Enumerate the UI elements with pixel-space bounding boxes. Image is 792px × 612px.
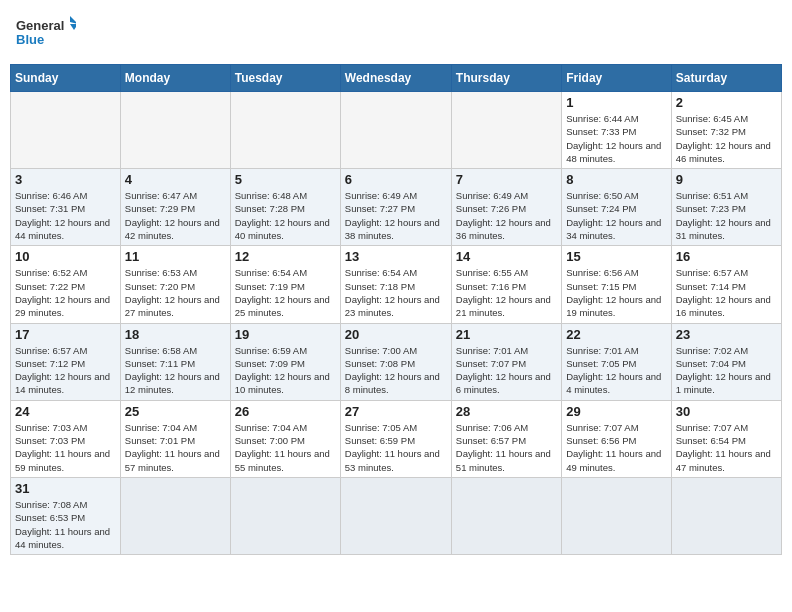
calendar-cell: 1Sunrise: 6:44 AM Sunset: 7:33 PM Daylig… [562, 92, 671, 169]
calendar-cell: 29Sunrise: 7:07 AM Sunset: 6:56 PM Dayli… [562, 400, 671, 477]
weekday-header-sunday: Sunday [11, 65, 121, 92]
day-number: 12 [235, 249, 336, 264]
weekday-header-row: SundayMondayTuesdayWednesdayThursdayFrid… [11, 65, 782, 92]
day-number: 29 [566, 404, 666, 419]
day-number: 31 [15, 481, 116, 496]
day-info: Sunrise: 6:46 AM Sunset: 7:31 PM Dayligh… [15, 189, 116, 242]
day-number: 8 [566, 172, 666, 187]
day-number: 1 [566, 95, 666, 110]
calendar-cell: 26Sunrise: 7:04 AM Sunset: 7:00 PM Dayli… [230, 400, 340, 477]
day-number: 6 [345, 172, 447, 187]
calendar-cell: 13Sunrise: 6:54 AM Sunset: 7:18 PM Dayli… [340, 246, 451, 323]
weekday-header-thursday: Thursday [451, 65, 561, 92]
calendar-cell [451, 92, 561, 169]
day-number: 26 [235, 404, 336, 419]
day-info: Sunrise: 6:55 AM Sunset: 7:16 PM Dayligh… [456, 266, 557, 319]
calendar-cell: 6Sunrise: 6:49 AM Sunset: 7:27 PM Daylig… [340, 169, 451, 246]
calendar-cell [562, 477, 671, 554]
day-number: 17 [15, 327, 116, 342]
svg-text:Blue: Blue [16, 32, 44, 47]
page-header: General Blue [10, 10, 782, 58]
day-info: Sunrise: 7:03 AM Sunset: 7:03 PM Dayligh… [15, 421, 116, 474]
svg-marker-2 [70, 16, 76, 24]
logo-svg: General Blue [16, 14, 76, 54]
day-info: Sunrise: 6:57 AM Sunset: 7:12 PM Dayligh… [15, 344, 116, 397]
calendar-week-3: 10Sunrise: 6:52 AM Sunset: 7:22 PM Dayli… [11, 246, 782, 323]
calendar-cell: 4Sunrise: 6:47 AM Sunset: 7:29 PM Daylig… [120, 169, 230, 246]
weekday-header-monday: Monday [120, 65, 230, 92]
calendar-cell: 27Sunrise: 7:05 AM Sunset: 6:59 PM Dayli… [340, 400, 451, 477]
day-number: 14 [456, 249, 557, 264]
calendar-cell: 9Sunrise: 6:51 AM Sunset: 7:23 PM Daylig… [671, 169, 781, 246]
day-number: 10 [15, 249, 116, 264]
svg-marker-3 [70, 24, 76, 30]
calendar-cell: 24Sunrise: 7:03 AM Sunset: 7:03 PM Dayli… [11, 400, 121, 477]
day-number: 20 [345, 327, 447, 342]
day-number: 15 [566, 249, 666, 264]
calendar-cell [340, 92, 451, 169]
calendar-cell: 20Sunrise: 7:00 AM Sunset: 7:08 PM Dayli… [340, 323, 451, 400]
svg-text:General: General [16, 18, 64, 33]
day-info: Sunrise: 7:07 AM Sunset: 6:54 PM Dayligh… [676, 421, 777, 474]
day-info: Sunrise: 7:08 AM Sunset: 6:53 PM Dayligh… [15, 498, 116, 551]
day-info: Sunrise: 6:49 AM Sunset: 7:26 PM Dayligh… [456, 189, 557, 242]
calendar-cell: 10Sunrise: 6:52 AM Sunset: 7:22 PM Dayli… [11, 246, 121, 323]
calendar-table: SundayMondayTuesdayWednesdayThursdayFrid… [10, 64, 782, 555]
calendar-cell: 25Sunrise: 7:04 AM Sunset: 7:01 PM Dayli… [120, 400, 230, 477]
day-number: 30 [676, 404, 777, 419]
day-number: 27 [345, 404, 447, 419]
day-info: Sunrise: 7:05 AM Sunset: 6:59 PM Dayligh… [345, 421, 447, 474]
calendar-cell: 18Sunrise: 6:58 AM Sunset: 7:11 PM Dayli… [120, 323, 230, 400]
day-number: 7 [456, 172, 557, 187]
day-info: Sunrise: 7:07 AM Sunset: 6:56 PM Dayligh… [566, 421, 666, 474]
calendar-cell: 5Sunrise: 6:48 AM Sunset: 7:28 PM Daylig… [230, 169, 340, 246]
calendar-cell: 8Sunrise: 6:50 AM Sunset: 7:24 PM Daylig… [562, 169, 671, 246]
calendar-cell: 28Sunrise: 7:06 AM Sunset: 6:57 PM Dayli… [451, 400, 561, 477]
calendar-cell: 14Sunrise: 6:55 AM Sunset: 7:16 PM Dayli… [451, 246, 561, 323]
calendar-cell: 2Sunrise: 6:45 AM Sunset: 7:32 PM Daylig… [671, 92, 781, 169]
day-number: 3 [15, 172, 116, 187]
calendar-week-6: 31Sunrise: 7:08 AM Sunset: 6:53 PM Dayli… [11, 477, 782, 554]
calendar-cell: 31Sunrise: 7:08 AM Sunset: 6:53 PM Dayli… [11, 477, 121, 554]
day-info: Sunrise: 7:02 AM Sunset: 7:04 PM Dayligh… [676, 344, 777, 397]
day-info: Sunrise: 6:53 AM Sunset: 7:20 PM Dayligh… [125, 266, 226, 319]
day-info: Sunrise: 6:51 AM Sunset: 7:23 PM Dayligh… [676, 189, 777, 242]
calendar-cell [451, 477, 561, 554]
calendar-week-2: 3Sunrise: 6:46 AM Sunset: 7:31 PM Daylig… [11, 169, 782, 246]
day-number: 24 [15, 404, 116, 419]
day-info: Sunrise: 6:54 AM Sunset: 7:18 PM Dayligh… [345, 266, 447, 319]
calendar-cell: 23Sunrise: 7:02 AM Sunset: 7:04 PM Dayli… [671, 323, 781, 400]
day-number: 4 [125, 172, 226, 187]
calendar-cell: 30Sunrise: 7:07 AM Sunset: 6:54 PM Dayli… [671, 400, 781, 477]
day-info: Sunrise: 7:04 AM Sunset: 7:01 PM Dayligh… [125, 421, 226, 474]
calendar-cell [230, 477, 340, 554]
weekday-header-tuesday: Tuesday [230, 65, 340, 92]
day-info: Sunrise: 6:54 AM Sunset: 7:19 PM Dayligh… [235, 266, 336, 319]
calendar-cell [671, 477, 781, 554]
day-number: 13 [345, 249, 447, 264]
calendar-cell [120, 92, 230, 169]
day-info: Sunrise: 7:00 AM Sunset: 7:08 PM Dayligh… [345, 344, 447, 397]
day-number: 5 [235, 172, 336, 187]
day-info: Sunrise: 6:48 AM Sunset: 7:28 PM Dayligh… [235, 189, 336, 242]
day-number: 21 [456, 327, 557, 342]
calendar-cell: 17Sunrise: 6:57 AM Sunset: 7:12 PM Dayli… [11, 323, 121, 400]
day-number: 19 [235, 327, 336, 342]
weekday-header-friday: Friday [562, 65, 671, 92]
day-info: Sunrise: 6:56 AM Sunset: 7:15 PM Dayligh… [566, 266, 666, 319]
calendar-cell: 11Sunrise: 6:53 AM Sunset: 7:20 PM Dayli… [120, 246, 230, 323]
day-number: 16 [676, 249, 777, 264]
day-info: Sunrise: 6:58 AM Sunset: 7:11 PM Dayligh… [125, 344, 226, 397]
weekday-header-wednesday: Wednesday [340, 65, 451, 92]
day-number: 22 [566, 327, 666, 342]
day-info: Sunrise: 6:52 AM Sunset: 7:22 PM Dayligh… [15, 266, 116, 319]
day-info: Sunrise: 6:57 AM Sunset: 7:14 PM Dayligh… [676, 266, 777, 319]
logo: General Blue [16, 14, 76, 54]
day-info: Sunrise: 7:06 AM Sunset: 6:57 PM Dayligh… [456, 421, 557, 474]
day-number: 25 [125, 404, 226, 419]
day-info: Sunrise: 6:47 AM Sunset: 7:29 PM Dayligh… [125, 189, 226, 242]
calendar-week-1: 1Sunrise: 6:44 AM Sunset: 7:33 PM Daylig… [11, 92, 782, 169]
calendar-week-4: 17Sunrise: 6:57 AM Sunset: 7:12 PM Dayli… [11, 323, 782, 400]
calendar-cell: 21Sunrise: 7:01 AM Sunset: 7:07 PM Dayli… [451, 323, 561, 400]
day-info: Sunrise: 6:50 AM Sunset: 7:24 PM Dayligh… [566, 189, 666, 242]
